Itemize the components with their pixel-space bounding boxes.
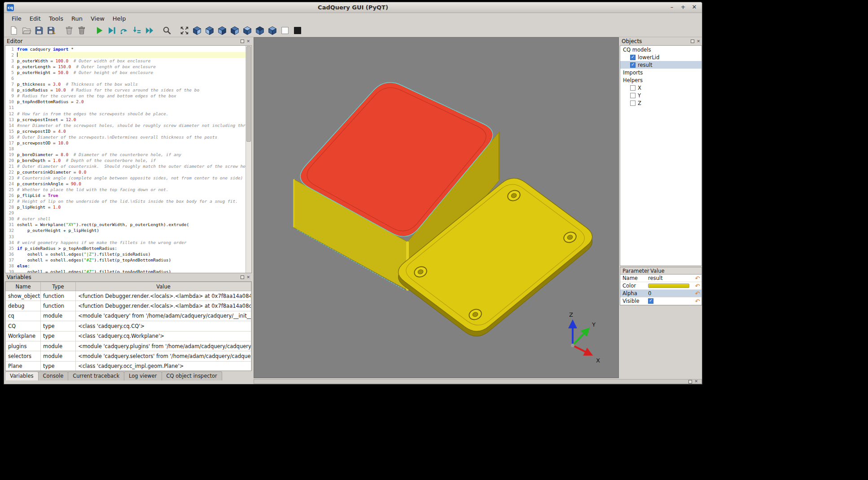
code-line[interactable]: 13p_screwpostInset = 12.0 [5, 117, 245, 122]
tree-item-imports[interactable]: Imports [620, 69, 701, 76]
code-line[interactable]: 19p_boreDiameter = 8.0 # Diameter of the… [5, 152, 245, 157]
parameter-value[interactable] [648, 298, 693, 304]
value-column-header[interactable]: Value [648, 268, 665, 274]
menu-run[interactable]: Run [67, 14, 87, 23]
code-editor[interactable]: 1from cadquery import *23p_outerWidth = … [5, 45, 252, 273]
code-line[interactable]: 15p_screwpostID = 4.0 [5, 128, 245, 134]
visibility-checkbox[interactable] [630, 85, 636, 91]
viewport-3d[interactable]: Z Y X [254, 37, 619, 378]
code-line[interactable]: 4p_outerLength = 150.0 # Outer length of… [5, 64, 245, 70]
code-line[interactable]: 39 oshell = oshell.edges("#Z").fillet(p_… [5, 269, 245, 273]
menu-view[interactable]: View [87, 14, 109, 23]
view-back-button[interactable] [203, 24, 216, 36]
code-line[interactable]: 22p_countersinkDiameter = 0.0 [5, 169, 245, 175]
code-line[interactable]: 38else: [5, 263, 245, 269]
variable-row[interactable]: debugfunction<function Debugger.render.<… [6, 301, 251, 311]
variable-row[interactable]: pluginsmodule<module 'cadquery.plugins' … [6, 341, 251, 351]
code-line[interactable]: 26p_flipLid = True [5, 192, 245, 198]
background-dark-button[interactable] [291, 24, 304, 36]
new-file-button[interactable] [8, 24, 20, 36]
view-right-button[interactable] [228, 24, 241, 36]
parameter-row-color[interactable]: Color↶ [620, 282, 701, 290]
parameter-row-alpha[interactable]: Alpha0↶ [620, 290, 701, 297]
view-front-button[interactable] [191, 24, 203, 36]
close-icon[interactable]: ✕ [246, 275, 250, 279]
tab-variables[interactable]: Variables [5, 371, 39, 380]
float-icon[interactable] [688, 380, 692, 384]
float-icon[interactable] [691, 39, 694, 43]
code-line[interactable]: 24p_countersinkAngle = 90.0 [5, 181, 245, 187]
menu-help[interactable]: Help [109, 14, 130, 23]
debug-button[interactable] [105, 24, 118, 36]
variable-row[interactable]: selectorsmodule<module 'cadquery.selecto… [6, 351, 251, 361]
code-line[interactable]: 21# Outer diameter of countersink. Shoul… [5, 163, 245, 169]
code-line[interactable]: 37 oshell = oshell.edges("#Z").fillet(p_… [5, 257, 245, 263]
code-line[interactable]: 17p_screwpostOD = 10.0 [5, 140, 245, 146]
close-icon[interactable]: ✕ [697, 39, 700, 44]
code-line[interactable]: 3p_outerWidth = 100.0 # Outer width of b… [5, 58, 245, 64]
variable-row[interactable]: cqmodule<module 'cadquery' from '/home/a… [6, 311, 251, 321]
minimize-button[interactable]: – [669, 4, 675, 10]
code-line[interactable]: 16# Outer Diameter of the screwposts.\nD… [5, 134, 245, 140]
menu-file[interactable]: File [8, 14, 26, 23]
visibility-checkbox[interactable] [630, 55, 636, 60]
variable-row[interactable]: show_objectfunction<function Debugger.re… [6, 291, 251, 301]
visible-checkbox[interactable] [648, 298, 653, 304]
code-line[interactable]: 34# weird geometry happens if we make th… [5, 240, 245, 245]
visibility-checkbox[interactable] [630, 93, 636, 98]
code-line[interactable]: 2 [5, 52, 245, 58]
tree-item-y[interactable]: Y [620, 92, 701, 99]
step-button[interactable] [118, 24, 131, 36]
parameter-column-header[interactable]: Parameter [620, 268, 648, 274]
parameter-value[interactable] [648, 284, 693, 288]
titlebar[interactable]: cq CadQuery GUI (PyQT) – + ✕ [4, 2, 702, 13]
tree-item-z[interactable]: Z [620, 99, 701, 107]
reset-icon[interactable]: ↶ [693, 298, 701, 305]
menu-tools[interactable]: Tools [45, 14, 67, 23]
maximize-button[interactable]: + [680, 4, 686, 10]
code-line[interactable]: 30# outer shell [5, 216, 245, 222]
code-line[interactable]: 32 p_outerHeight + p_lipHeight) [5, 227, 245, 233]
tab-console[interactable]: Console [38, 371, 69, 380]
view-iso-button[interactable] [266, 24, 279, 36]
visibility-checkbox[interactable] [630, 100, 636, 106]
variable-row[interactable]: Workplanetype<class 'cadquery.cq.Workpla… [6, 331, 251, 341]
save-as-button[interactable] [45, 24, 58, 36]
column-header-name[interactable]: Name [6, 282, 41, 291]
reset-icon[interactable]: ↶ [693, 275, 701, 282]
code-line[interactable]: 23# Countersink angle (complete angle be… [5, 175, 245, 181]
step-into-button[interactable] [131, 24, 143, 36]
code-line[interactable]: 10p_topAndBottomRadius = 2.0 [5, 99, 245, 105]
code-line[interactable]: 14#nner Diameter of the screwpost holes,… [5, 122, 245, 128]
code-line[interactable]: 20p_boreDepth = 1.0 # Depth of the count… [5, 157, 245, 163]
code-line[interactable]: 28p_lipHeight = 1.0 [5, 204, 245, 210]
code-line[interactable]: 6 [5, 75, 245, 81]
menu-edit[interactable]: Edit [26, 14, 45, 23]
tree-item-result[interactable]: result [620, 61, 701, 69]
delete-button[interactable] [63, 24, 75, 36]
reset-icon[interactable]: ↶ [693, 283, 701, 289]
code-line[interactable]: 25# Whether to place the lid with the to… [5, 187, 245, 192]
view-bottom-button[interactable] [254, 24, 266, 36]
view-left-button[interactable] [216, 24, 228, 36]
fit-all-button[interactable] [178, 24, 191, 36]
close-button[interactable]: ✕ [691, 4, 697, 10]
run-button[interactable] [93, 24, 105, 36]
view-top-button[interactable] [241, 24, 254, 36]
code-line[interactable]: 31oshell = Workplane("XY").rect(p_outerW… [5, 222, 245, 227]
parameter-value[interactable]: result [648, 275, 693, 281]
visibility-checkbox[interactable] [630, 62, 636, 68]
code-line[interactable]: 18 [5, 146, 245, 152]
code-line[interactable]: 33 [5, 234, 245, 240]
zoom-button[interactable] [161, 24, 173, 36]
code-line[interactable]: 8p_sideRadius = 10.0 # Radius for the cu… [5, 87, 245, 93]
tree-item-cq-models[interactable]: CQ models [620, 46, 701, 53]
code-line[interactable]: 35if p_sideRadius > p_topAndBottomRadius… [5, 245, 245, 251]
background-white-button[interactable] [279, 24, 291, 36]
tree-item-helpers[interactable]: Helpers [620, 76, 701, 84]
code-line[interactable]: 29 [5, 210, 245, 216]
tree-item-lowerlid[interactable]: lowerLid [620, 53, 701, 61]
column-header-type[interactable]: Type [41, 282, 76, 291]
code-line[interactable]: 36 oshell = oshell.edges("|Z").fillet(p_… [5, 251, 245, 257]
reset-icon[interactable]: ↶ [693, 290, 701, 297]
